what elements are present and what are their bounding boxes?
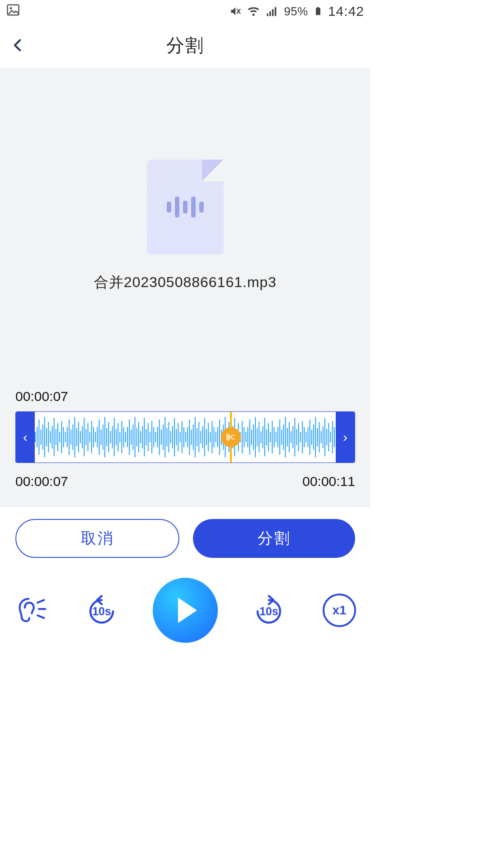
image-icon [6,3,20,17]
svg-rect-21 [56,429,56,445]
rewind-label: 10s [92,605,111,618]
listen-toggle-button[interactable] [12,591,51,630]
rewind-10s-button[interactable]: 10s [82,591,121,630]
svg-line-26 [38,600,44,603]
wifi-icon [247,5,260,18]
audio-file-icon [147,160,224,255]
audio-wave-glyph [167,197,204,217]
battery-icon [314,5,323,18]
status-right: 95% 14:42 [230,4,364,19]
svg-rect-5 [270,11,272,16]
file-preview-area: 合并20230508866161.mp3 [0,68,371,384]
ear-icon [16,595,47,626]
play-button[interactable] [153,578,218,643]
file-name-label: 合并20230508866161.mp3 [94,273,277,292]
play-icon [178,598,197,623]
timeline-section: 00:00:07 ‹ [0,384,371,507]
speed-label: x1 [332,603,346,618]
svg-rect-11 [37,427,38,448]
cancel-button[interactable]: 取消 [15,519,179,558]
svg-rect-20 [54,418,55,456]
playback-speed-button[interactable]: x1 [320,591,359,630]
svg-rect-6 [272,9,274,16]
svg-rect-19 [52,426,52,448]
trim-handle-right[interactable]: › [336,412,355,462]
svg-rect-13 [40,429,41,445]
status-image-indicator [6,3,20,20]
battery-percent: 95% [284,5,308,19]
chevron-left-icon [10,38,26,53]
svg-rect-22 [57,423,58,452]
waveform-svg [35,412,336,462]
split-button[interactable]: 分割 [193,519,355,558]
back-button[interactable] [9,36,27,54]
svg-rect-4 [267,14,269,16]
status-clock: 14:42 [328,4,364,19]
forward-10s-button[interactable]: 10s [249,591,288,630]
range-time-labels: 00:00:07 00:00:11 [15,474,355,489]
svg-rect-17 [48,422,49,452]
mute-icon [230,5,241,17]
trim-handle-left[interactable]: ‹ [16,412,35,462]
svg-rect-18 [50,431,51,443]
speed-icon: x1 [323,594,356,627]
page-title: 分割 [0,33,371,58]
forward-label: 10s [259,605,278,618]
action-button-row: 取消 分割 [0,507,371,564]
svg-point-1 [10,7,12,9]
forward-icon: 10s [253,595,284,626]
waveform-display[interactable] [35,412,336,462]
svg-rect-7 [275,7,277,16]
rewind-icon: 10s [86,595,117,626]
svg-rect-25 [63,427,64,448]
scissor-icon [221,427,241,447]
status-bar: 95% 14:42 [0,0,371,23]
svg-rect-16 [46,428,47,446]
svg-rect-10 [35,432,36,442]
svg-rect-14 [42,425,43,450]
svg-rect-15 [44,417,45,458]
waveform-track[interactable]: ‹ [15,411,355,463]
current-time-label: 00:00:07 [15,389,355,404]
svg-rect-8 [316,8,320,15]
svg-rect-23 [59,432,60,442]
range-start-label: 00:00:07 [15,474,68,489]
split-marker[interactable] [230,412,231,462]
svg-rect-12 [38,420,39,455]
app-header: 分割 [0,23,371,68]
range-end-label: 00:00:11 [302,474,355,489]
playback-controls: 10s 10s x1 [0,564,371,658]
signal-icon [266,5,278,18]
svg-line-28 [38,615,44,618]
svg-rect-9 [317,7,319,8]
svg-rect-24 [61,421,62,453]
